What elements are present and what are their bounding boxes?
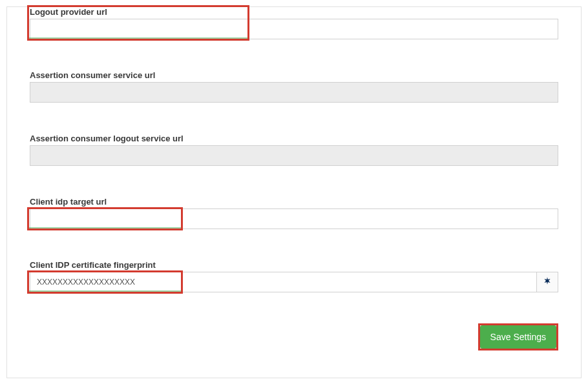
- save-row: Save Settings: [30, 323, 558, 350]
- label-acs-url: Assertion consumer service url: [30, 70, 558, 80]
- input-wrap: [30, 82, 558, 103]
- save-settings-button[interactable]: Save Settings: [480, 325, 556, 349]
- input-wrap: [30, 272, 558, 292]
- acs-url-input: [30, 82, 558, 103]
- label-client-idp-target-url: Client idp target url: [30, 197, 558, 207]
- form-group-acs-logout-url: Assertion consumer logout service url: [30, 134, 558, 166]
- label-logout-provider-url: Logout provider url: [30, 7, 558, 17]
- client-idp-target-url-input[interactable]: [30, 208, 558, 229]
- save-wrap: Save Settings: [478, 323, 558, 350]
- form-group-client-idp-cert-fingerprint: Client IDP certificate fingerprint: [30, 260, 558, 292]
- fingerprint-action-button[interactable]: [536, 272, 558, 292]
- input-wrap: [30, 19, 558, 39]
- acs-logout-url-input: [30, 145, 558, 166]
- form-group-client-idp-target-url: Client idp target url: [30, 197, 558, 229]
- input-wrap: [30, 208, 558, 229]
- form-group-acs-url: Assertion consumer service url: [30, 70, 558, 103]
- settings-panel: Logout provider url Assertion consumer s…: [6, 6, 582, 378]
- logout-provider-url-input[interactable]: [30, 19, 558, 39]
- asterisk-icon: [543, 276, 552, 288]
- label-client-idp-cert-fingerprint: Client IDP certificate fingerprint: [30, 260, 558, 270]
- client-idp-cert-fingerprint-input[interactable]: [30, 272, 536, 292]
- form-group-logout-provider-url: Logout provider url: [30, 7, 558, 39]
- label-acs-logout-url: Assertion consumer logout service url: [30, 134, 558, 143]
- input-wrap: [30, 145, 558, 166]
